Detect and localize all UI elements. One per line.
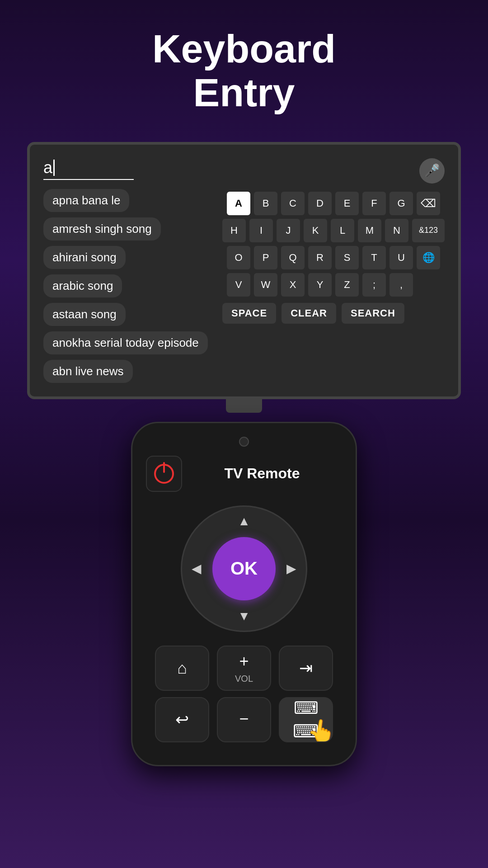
key-W[interactable]: W — [254, 273, 277, 297]
key-H[interactable]: H — [222, 219, 246, 242]
dpad-left-button[interactable]: ◀ — [188, 560, 206, 578]
key-X[interactable]: X — [281, 273, 305, 297]
key-row-1: A B C D E F G ⌫ — [222, 192, 445, 215]
camera-dot — [239, 437, 249, 447]
key-semicolon[interactable]: ; — [362, 273, 386, 297]
search-button[interactable]: SEARCH — [342, 303, 404, 324]
key-empty — [417, 273, 440, 297]
key-row-2: H I J K L M N &123 — [222, 219, 445, 242]
power-row: TV Remote — [146, 456, 342, 492]
key-C[interactable]: C — [281, 192, 305, 215]
mic-row: 🎤 — [419, 158, 445, 184]
key-P[interactable]: P — [254, 246, 277, 269]
remote-title: TV Remote — [182, 465, 342, 482]
ok-button[interactable]: OK — [212, 537, 276, 600]
key-F[interactable]: F — [362, 192, 386, 215]
page-title: Keyboard Entry — [18, 27, 470, 115]
suggestions-list: apna bana le amresh singh song ahirani s… — [43, 189, 213, 383]
search-typed-text: a — [43, 158, 134, 180]
dpad-outer: ▲ ▼ ◀ ▶ OK — [181, 505, 307, 632]
dpad-down-button[interactable]: ▼ — [235, 607, 253, 625]
suggestion-3[interactable]: ahirani song — [43, 246, 126, 269]
key-globe[interactable]: 🌐 — [417, 246, 440, 269]
home-button[interactable]: ⌂ — [155, 646, 209, 691]
key-A[interactable]: A — [227, 192, 250, 215]
remote-container: TV Remote ▲ ▼ ◀ ▶ OK ⌂ + — [0, 422, 488, 766]
cursor-finger: 👆 — [305, 716, 333, 742]
suggestion-2[interactable]: amresh singh song — [43, 217, 161, 241]
keyboard-panel: 🎤 A B C D E F G ⌫ — [222, 158, 445, 383]
keyboard-button[interactable]: ⌨ 👆 — [279, 697, 333, 742]
key-rows: A B C D E F G ⌫ H I J — [222, 192, 445, 324]
search-input-display: a — [43, 158, 213, 180]
key-L[interactable]: L — [331, 219, 354, 242]
key-U[interactable]: U — [389, 246, 413, 269]
keyboard-icon: ⌨ — [294, 698, 319, 718]
dpad-up-button[interactable]: ▲ — [235, 512, 253, 530]
key-numbers[interactable]: &123 — [412, 219, 445, 242]
vol-label: VOL — [235, 674, 253, 684]
key-G[interactable]: G — [389, 192, 413, 215]
key-Y[interactable]: Y — [308, 273, 332, 297]
clear-button[interactable]: CLEAR — [282, 303, 336, 324]
tv-screen: a apna bana le amresh singh song ahirani… — [27, 142, 461, 399]
key-M[interactable]: M — [358, 219, 381, 242]
key-J[interactable]: J — [277, 219, 300, 242]
home-icon: ⌂ — [177, 659, 187, 678]
tv-remote: TV Remote ▲ ▼ ◀ ▶ OK ⌂ + — [131, 422, 357, 766]
mic-button[interactable]: 🎤 — [419, 158, 445, 184]
dpad: ▲ ▼ ◀ ▶ OK — [181, 505, 307, 632]
key-N[interactable]: N — [385, 219, 408, 242]
tv-section: a apna bana le amresh singh song ahirani… — [0, 142, 488, 413]
power-icon — [154, 464, 174, 484]
power-button[interactable] — [146, 456, 182, 492]
suggestion-6[interactable]: anokha serial today episode — [43, 331, 208, 354]
suggestion-4[interactable]: arabic song — [43, 274, 122, 297]
key-R[interactable]: R — [308, 246, 332, 269]
key-Q[interactable]: Q — [281, 246, 305, 269]
input-icon: ⇥ — [299, 659, 313, 678]
key-B[interactable]: B — [254, 192, 277, 215]
key-O[interactable]: O — [227, 246, 250, 269]
key-Z[interactable]: Z — [335, 273, 359, 297]
volume-minus-button[interactable]: − — [217, 697, 271, 742]
space-button[interactable]: SPACE — [222, 303, 276, 324]
key-row-3: O P Q R S T U 🌐 — [222, 246, 445, 269]
dpad-container: ▲ ▼ ◀ ▶ OK — [146, 505, 342, 632]
key-backspace[interactable]: ⌫ — [417, 192, 440, 215]
header: Keyboard Entry — [0, 0, 488, 133]
button-row-1: ⌂ + VOL ⇥ — [146, 646, 342, 691]
key-row-4: V W X Y Z ; , — [222, 273, 445, 297]
key-T[interactable]: T — [362, 246, 386, 269]
tv-stand — [226, 399, 262, 413]
dpad-right-button[interactable]: ▶ — [282, 560, 300, 578]
vol-plus-icon: + — [239, 652, 249, 671]
button-row-2: ↩ − ⌨ 👆 — [146, 697, 342, 742]
search-left-panel: a apna bana le amresh singh song ahirani… — [43, 158, 213, 383]
suggestion-7[interactable]: abn live news — [43, 360, 133, 383]
key-K[interactable]: K — [304, 219, 327, 242]
back-button[interactable]: ↩ — [155, 697, 209, 742]
suggestion-5[interactable]: astaan song — [43, 303, 126, 326]
suggestion-1[interactable]: apna bana le — [43, 189, 129, 212]
back-icon: ↩ — [175, 710, 189, 729]
ok-label: OK — [230, 558, 258, 579]
input-button[interactable]: ⇥ — [279, 646, 333, 691]
volume-plus-button[interactable]: + VOL — [217, 646, 271, 691]
mic-icon: 🎤 — [424, 163, 440, 178]
vol-minus-icon: − — [239, 709, 249, 728]
key-I[interactable]: I — [249, 219, 273, 242]
key-S[interactable]: S — [335, 246, 359, 269]
key-E[interactable]: E — [335, 192, 359, 215]
key-D[interactable]: D — [308, 192, 332, 215]
key-V[interactable]: V — [227, 273, 250, 297]
key-comma[interactable]: , — [389, 273, 413, 297]
action-row: SPACE CLEAR SEARCH — [222, 303, 445, 324]
